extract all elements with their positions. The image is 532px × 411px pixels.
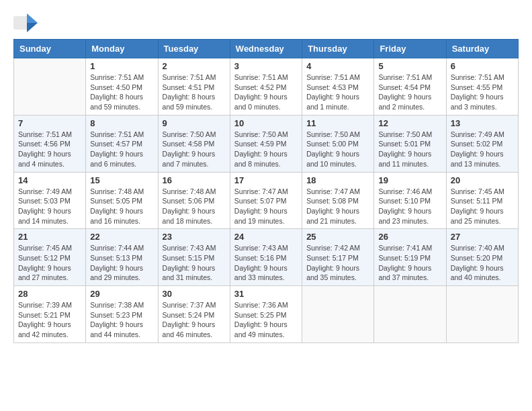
calendar-cell: 1Sunrise: 7:51 AM Sunset: 4:50 PM Daylig… <box>86 58 158 116</box>
logo <box>13 13 40 32</box>
calendar-cell: 31Sunrise: 7:36 AM Sunset: 5:25 PM Dayli… <box>230 286 302 343</box>
day-info: Sunrise: 7:51 AM Sunset: 4:52 PM Dayligh… <box>234 73 298 112</box>
day-number: 8 <box>90 118 153 128</box>
day-info: Sunrise: 7:48 AM Sunset: 5:06 PM Dayligh… <box>163 187 226 226</box>
calendar-cell: 26Sunrise: 7:41 AM Sunset: 5:19 PM Dayli… <box>374 229 446 286</box>
day-info: Sunrise: 7:51 AM Sunset: 4:54 PM Dayligh… <box>378 73 441 112</box>
calendar-cell: 18Sunrise: 7:47 AM Sunset: 5:08 PM Dayli… <box>302 172 374 229</box>
day-number: 17 <box>234 175 298 185</box>
calendar-cell: 11Sunrise: 7:50 AM Sunset: 5:00 PM Dayli… <box>302 115 374 172</box>
calendar-cell: 16Sunrise: 7:48 AM Sunset: 5:06 PM Dayli… <box>158 172 230 229</box>
day-info: Sunrise: 7:40 AM Sunset: 5:20 PM Dayligh… <box>451 243 514 283</box>
day-info: Sunrise: 7:42 AM Sunset: 5:17 PM Dayligh… <box>306 243 369 283</box>
calendar-cell: 20Sunrise: 7:45 AM Sunset: 5:11 PM Dayli… <box>446 172 518 229</box>
calendar-cell: 6Sunrise: 7:51 AM Sunset: 4:55 PM Daylig… <box>446 58 518 116</box>
day-number: 2 <box>163 61 226 71</box>
calendar-cell: 21Sunrise: 7:45 AM Sunset: 5:12 PM Dayli… <box>14 229 86 286</box>
day-number: 20 <box>451 175 514 185</box>
day-info: Sunrise: 7:43 AM Sunset: 5:15 PM Dayligh… <box>163 243 226 283</box>
calendar-cell: 25Sunrise: 7:42 AM Sunset: 5:17 PM Dayli… <box>302 229 374 286</box>
calendar-cell <box>446 286 518 343</box>
calendar-cell: 2Sunrise: 7:51 AM Sunset: 4:51 PM Daylig… <box>158 58 230 116</box>
calendar-week-row: 28Sunrise: 7:39 AM Sunset: 5:21 PM Dayli… <box>14 286 519 343</box>
calendar-week-row: 7Sunrise: 7:51 AM Sunset: 4:56 PM Daylig… <box>14 115 519 172</box>
day-info: Sunrise: 7:48 AM Sunset: 5:05 PM Dayligh… <box>90 187 153 226</box>
day-number: 9 <box>163 118 226 128</box>
calendar-cell: 28Sunrise: 7:39 AM Sunset: 5:21 PM Dayli… <box>14 286 86 343</box>
day-info: Sunrise: 7:47 AM Sunset: 5:07 PM Dayligh… <box>234 187 298 226</box>
day-number: 25 <box>306 232 369 242</box>
weekday-header-row: SundayMondayTuesdayWednesdayThursdayFrid… <box>14 40 519 58</box>
day-number: 29 <box>90 289 153 299</box>
weekday-header-sunday: Sunday <box>14 40 86 58</box>
day-info: Sunrise: 7:43 AM Sunset: 5:16 PM Dayligh… <box>234 243 298 283</box>
day-number: 15 <box>90 175 153 185</box>
calendar-cell: 19Sunrise: 7:46 AM Sunset: 5:10 PM Dayli… <box>374 172 446 229</box>
day-info: Sunrise: 7:45 AM Sunset: 5:12 PM Dayligh… <box>18 243 81 283</box>
calendar-cell: 22Sunrise: 7:44 AM Sunset: 5:13 PM Dayli… <box>86 229 158 286</box>
weekday-header-wednesday: Wednesday <box>230 40 302 58</box>
calendar-cell: 24Sunrise: 7:43 AM Sunset: 5:16 PM Dayli… <box>230 229 302 286</box>
day-info: Sunrise: 7:46 AM Sunset: 5:10 PM Dayligh… <box>378 187 441 226</box>
day-info: Sunrise: 7:51 AM Sunset: 4:57 PM Dayligh… <box>90 130 153 169</box>
day-number: 6 <box>451 61 514 71</box>
day-number: 19 <box>378 175 441 185</box>
day-number: 11 <box>306 118 369 128</box>
calendar-table: SundayMondayTuesdayWednesdayThursdayFrid… <box>13 39 519 343</box>
day-number: 1 <box>90 61 153 71</box>
calendar-week-row: 1Sunrise: 7:51 AM Sunset: 4:50 PM Daylig… <box>14 58 519 116</box>
day-info: Sunrise: 7:47 AM Sunset: 5:08 PM Dayligh… <box>306 187 369 226</box>
weekday-header-friday: Friday <box>374 40 446 58</box>
day-info: Sunrise: 7:51 AM Sunset: 4:56 PM Dayligh… <box>18 130 81 169</box>
calendar-week-row: 14Sunrise: 7:49 AM Sunset: 5:03 PM Dayli… <box>14 172 519 229</box>
day-info: Sunrise: 7:50 AM Sunset: 4:58 PM Dayligh… <box>163 130 226 169</box>
calendar-cell: 12Sunrise: 7:50 AM Sunset: 5:01 PM Dayli… <box>374 115 446 172</box>
day-info: Sunrise: 7:49 AM Sunset: 5:03 PM Dayligh… <box>18 187 81 226</box>
day-number: 27 <box>451 232 514 242</box>
day-number: 18 <box>306 175 369 185</box>
day-info: Sunrise: 7:51 AM Sunset: 4:55 PM Dayligh… <box>451 73 514 112</box>
day-number: 5 <box>378 61 441 71</box>
day-info: Sunrise: 7:39 AM Sunset: 5:21 PM Dayligh… <box>18 300 81 340</box>
calendar-cell: 23Sunrise: 7:43 AM Sunset: 5:15 PM Dayli… <box>158 229 230 286</box>
calendar-cell: 13Sunrise: 7:49 AM Sunset: 5:02 PM Dayli… <box>446 115 518 172</box>
day-info: Sunrise: 7:36 AM Sunset: 5:25 PM Dayligh… <box>234 300 298 340</box>
day-info: Sunrise: 7:37 AM Sunset: 5:24 PM Dayligh… <box>163 300 226 340</box>
day-number: 13 <box>451 118 514 128</box>
calendar-cell: 29Sunrise: 7:38 AM Sunset: 5:23 PM Dayli… <box>86 286 158 343</box>
header <box>13 13 519 32</box>
day-number: 22 <box>90 232 153 242</box>
day-number: 21 <box>18 232 81 242</box>
weekday-header-thursday: Thursday <box>302 40 374 58</box>
calendar-cell <box>14 58 86 116</box>
svg-marker-2 <box>27 23 38 32</box>
calendar-cell: 7Sunrise: 7:51 AM Sunset: 4:56 PM Daylig… <box>14 115 86 172</box>
day-info: Sunrise: 7:50 AM Sunset: 4:59 PM Dayligh… <box>234 130 298 169</box>
calendar-cell: 8Sunrise: 7:51 AM Sunset: 4:57 PM Daylig… <box>86 115 158 172</box>
calendar-cell: 3Sunrise: 7:51 AM Sunset: 4:52 PM Daylig… <box>230 58 302 116</box>
calendar-cell: 30Sunrise: 7:37 AM Sunset: 5:24 PM Dayli… <box>158 286 230 343</box>
day-info: Sunrise: 7:49 AM Sunset: 5:02 PM Dayligh… <box>451 130 514 169</box>
day-number: 4 <box>306 61 369 71</box>
day-number: 28 <box>18 289 81 299</box>
day-number: 31 <box>234 289 298 299</box>
day-info: Sunrise: 7:45 AM Sunset: 5:11 PM Dayligh… <box>451 187 514 226</box>
svg-marker-1 <box>27 13 38 23</box>
day-number: 24 <box>234 232 298 242</box>
day-info: Sunrise: 7:51 AM Sunset: 4:50 PM Dayligh… <box>90 73 153 112</box>
day-info: Sunrise: 7:41 AM Sunset: 5:19 PM Dayligh… <box>378 243 441 283</box>
day-number: 23 <box>163 232 226 242</box>
calendar-cell <box>302 286 374 343</box>
day-number: 12 <box>378 118 441 128</box>
day-info: Sunrise: 7:38 AM Sunset: 5:23 PM Dayligh… <box>90 300 153 340</box>
calendar-cell: 17Sunrise: 7:47 AM Sunset: 5:07 PM Dayli… <box>230 172 302 229</box>
day-number: 7 <box>18 118 81 128</box>
logo-icon <box>13 13 38 32</box>
calendar-cell: 5Sunrise: 7:51 AM Sunset: 4:54 PM Daylig… <box>374 58 446 116</box>
day-number: 3 <box>234 61 298 71</box>
weekday-header-tuesday: Tuesday <box>158 40 230 58</box>
calendar-cell: 9Sunrise: 7:50 AM Sunset: 4:58 PM Daylig… <box>158 115 230 172</box>
calendar-cell: 27Sunrise: 7:40 AM Sunset: 5:20 PM Dayli… <box>446 229 518 286</box>
weekday-header-monday: Monday <box>86 40 158 58</box>
day-number: 10 <box>234 118 298 128</box>
